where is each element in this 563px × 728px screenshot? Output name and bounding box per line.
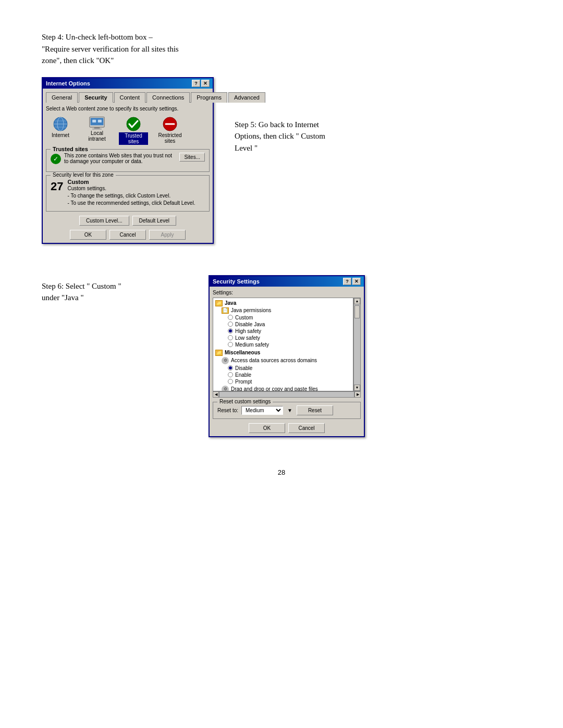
scroll-down[interactable]: ▼ (354, 385, 360, 391)
security-settings-body: Settings: 📁 Java 📄 Java permissions (210, 287, 364, 436)
svg-rect-8 (92, 128, 102, 129)
security-close-button[interactable]: ✕ (352, 278, 361, 285)
scroll-track (354, 304, 360, 385)
sites-button[interactable]: Sites... (179, 153, 205, 162)
misc-folder-icon: 📁 (215, 350, 223, 356)
tab-general[interactable]: General (46, 92, 78, 103)
horiz-scroll-right[interactable]: ▶ (354, 391, 361, 398)
option-low-safety[interactable]: Low safety (215, 335, 351, 341)
reset-to-select[interactable]: Medium (241, 406, 283, 415)
radio-disable-java[interactable] (228, 322, 233, 327)
security-ok-button[interactable]: OK (249, 423, 285, 433)
step5-line2: Options, then click " Custom (235, 132, 325, 140)
option-prompt-label: Prompt (235, 379, 252, 385)
level-number: 27 (51, 181, 63, 192)
option-enable[interactable]: Enable (215, 372, 351, 378)
trusted-description: This zone contains Web sites that you tr… (64, 153, 176, 164)
reset-button[interactable]: Reset (297, 405, 333, 415)
java-folder-icon: 📁 (215, 300, 223, 306)
page-content: Step 4: Un-check left-bottom box – "Requ… (0, 0, 563, 508)
svg-rect-7 (94, 127, 100, 129)
step6-line2: under "Java " (42, 293, 84, 302)
java-permissions-header: 📄 Java permissions (215, 307, 351, 314)
zone-trusted-sites-label: Trusted sites (119, 132, 148, 145)
option-medium-safety-label: Medium safety (235, 342, 269, 348)
apply-button[interactable]: Apply (149, 230, 186, 240)
trusted-info: ✓ This zone contains Web sites that you … (51, 153, 205, 164)
security-ok-cancel-row: OK Cancel (213, 423, 361, 433)
default-level-button[interactable]: Default Level (132, 216, 176, 226)
security-level-content: 27 Custom Custom settings. - To change t… (51, 179, 205, 207)
zone-local-intranet[interactable]: Local intranet (82, 116, 112, 142)
level-buttons: Custom Level... Default Level (46, 216, 210, 226)
access-data-gear-icon: ⚙ (222, 357, 229, 364)
settings-scrollbar[interactable]: ▲ ▼ (353, 298, 361, 391)
option-disable-java[interactable]: Disable Java (215, 322, 351, 327)
green-check-icon: ✓ (51, 154, 61, 164)
radio-enable[interactable] (228, 372, 233, 377)
ok-button[interactable]: OK (70, 230, 106, 240)
security-settings-titlebar-buttons: ? ✕ (343, 278, 361, 285)
radio-prompt[interactable] (228, 379, 233, 384)
option-disable-java-label: Disable Java (235, 322, 265, 327)
tab-connections[interactable]: Connections (146, 92, 190, 103)
tab-content[interactable]: Content (114, 92, 146, 103)
restricted-icon (162, 116, 178, 132)
security-settings-title: Security Settings (213, 278, 260, 285)
java-section-header: 📁 Java (215, 300, 351, 306)
reset-group: Reset custom settings Reset to: Medium ▼… (213, 402, 361, 419)
reset-group-title: Reset custom settings (217, 399, 273, 404)
scroll-up[interactable]: ▲ (354, 298, 360, 304)
access-data-header: ⚙ Access data sources across domains (215, 357, 351, 364)
radio-disable[interactable] (228, 365, 233, 371)
svg-rect-9 (92, 119, 96, 122)
zone-icons: Internet Local intranet (46, 116, 210, 145)
select-arrow: ▼ (286, 408, 293, 413)
step4-line3: zone", then click "OK" (42, 56, 114, 65)
internet-options-dialog: Internet Options ? ✕ General Security Co… (42, 77, 214, 244)
radio-high-safety[interactable] (228, 328, 233, 334)
security-help-button[interactable]: ? (343, 278, 351, 285)
step6-description: Step 6: Select " Custom " under "Java " (42, 275, 188, 304)
close-button[interactable]: ✕ (201, 80, 210, 87)
zone-restricted-sites[interactable]: Restricted sites (155, 116, 185, 144)
cancel-button[interactable]: Cancel (109, 230, 146, 240)
option-low-safety-label: Low safety (235, 335, 260, 341)
step5-description: Step 5: Go back to Internet Options, the… (235, 77, 325, 154)
zone-internet-label: Internet (52, 132, 69, 138)
option-custom[interactable]: Custom (215, 315, 351, 320)
zone-internet[interactable]: Internet (46, 116, 75, 138)
horiz-scroll-left[interactable]: ◀ (213, 391, 219, 398)
radio-medium-safety[interactable] (228, 342, 233, 347)
drag-drop-gear-icon: ⚙ (222, 386, 229, 391)
option-disable-label: Disable (235, 365, 252, 371)
tab-programs[interactable]: Programs (191, 92, 227, 103)
security-cancel-button[interactable]: Cancel (288, 423, 325, 433)
dialog-title: Internet Options (46, 80, 90, 87)
option-high-safety-label: High safety (235, 328, 261, 334)
scroll-thumb[interactable] (354, 305, 360, 318)
access-data-label: Access data sources across domains (231, 357, 317, 363)
monitor-icon (89, 116, 105, 130)
zone-local-intranet-label: Local intranet (82, 130, 112, 142)
java-permissions-folder-icon: 📄 (222, 307, 229, 314)
horiz-scrollbar[interactable]: ◀ ▶ (213, 391, 361, 399)
ok-cancel-row: OK Cancel Apply (46, 230, 210, 240)
option-medium-safety[interactable]: Medium safety (215, 342, 351, 348)
tab-security[interactable]: Security (79, 92, 113, 103)
radio-custom[interactable] (228, 315, 233, 320)
step4-description: Step 4: Un-check left-bottom box – "Requ… (42, 31, 521, 67)
java-label: Java (225, 300, 236, 306)
tab-advanced[interactable]: Advanced (228, 92, 265, 103)
drag-drop-label: Drag and drop or copy and paste files (231, 386, 318, 391)
option-disable[interactable]: Disable (215, 365, 351, 371)
help-button[interactable]: ? (192, 80, 200, 87)
custom-level-button[interactable]: Custom Level... (79, 216, 129, 226)
zone-trusted-sites[interactable]: Trusted sites (119, 116, 148, 145)
radio-low-safety[interactable] (228, 335, 233, 340)
reset-to-label: Reset to: (217, 408, 238, 413)
reset-row: Reset to: Medium ▼ Reset (217, 405, 356, 415)
step4-line1: Step 4: Un-check left-bottom box – (42, 33, 153, 41)
option-prompt[interactable]: Prompt (215, 379, 351, 385)
option-high-safety[interactable]: High safety (215, 328, 351, 334)
